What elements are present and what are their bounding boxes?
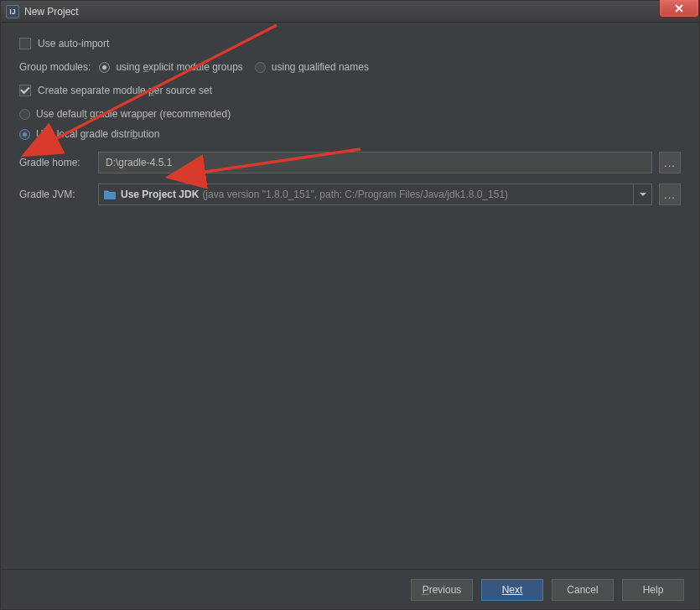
group-qualified-label: using qualified names xyxy=(272,61,369,73)
gradle-home-browse-button[interactable]: ... xyxy=(659,152,681,173)
group-modules-label: Group modules: xyxy=(19,61,91,73)
new-project-dialog: IJ New Project Use auto-import Group mod… xyxy=(0,0,700,610)
auto-import-label: Use auto-import xyxy=(38,38,109,49)
dialog-footer: Previous Next Cancel Help xyxy=(1,569,699,609)
gradle-jvm-subtext: (java version "1.8.0_151", path: C:/Prog… xyxy=(202,189,508,200)
group-explicit-label: using explicit module groups xyxy=(116,61,242,73)
help-button[interactable]: Help xyxy=(622,579,684,601)
auto-import-checkbox[interactable] xyxy=(19,38,31,49)
cancel-button[interactable]: Cancel xyxy=(552,579,614,601)
create-separate-row: Create separate module per source set xyxy=(19,85,681,96)
window-title: New Project xyxy=(24,6,79,18)
titlebar: IJ New Project xyxy=(1,1,699,23)
wrapper-local-radio[interactable] xyxy=(19,129,30,140)
create-separate-checkbox[interactable] xyxy=(19,85,31,96)
gradle-jvm-label: Gradle JVM: xyxy=(19,189,98,200)
auto-import-row: Use auto-import xyxy=(19,38,681,49)
close-button[interactable] xyxy=(659,0,699,18)
dialog-content: Use auto-import Group modules: using exp… xyxy=(1,23,699,569)
group-modules-row: Group modules: using explicit module gro… xyxy=(19,61,681,73)
wrapper-default-label: Use default gradle wrapper (recommended) xyxy=(36,108,231,120)
wrapper-local-label: Use local gradle distribution xyxy=(36,128,159,140)
gradle-home-input[interactable] xyxy=(98,152,652,173)
intellij-icon: IJ xyxy=(6,5,19,18)
group-explicit-radio[interactable] xyxy=(99,62,110,73)
previous-button[interactable]: Previous xyxy=(411,579,473,601)
group-qualified-radio[interactable] xyxy=(255,62,266,73)
next-button[interactable]: Next xyxy=(481,579,543,601)
chevron-down-icon xyxy=(633,184,651,204)
gradle-jvm-selected: Use Project JDK xyxy=(121,189,199,200)
wrapper-default-row: Use default gradle wrapper (recommended) xyxy=(19,108,681,120)
gradle-home-row: Gradle home: ... xyxy=(19,152,681,173)
wrapper-default-radio[interactable] xyxy=(19,109,30,120)
gradle-home-label: Gradle home: xyxy=(19,157,98,168)
gradle-jvm-browse-button[interactable]: ... xyxy=(659,184,681,205)
gradle-jvm-dropdown[interactable]: Use Project JDK (java version "1.8.0_151… xyxy=(98,184,652,205)
wrapper-local-row: Use local gradle distribution xyxy=(19,128,681,140)
create-separate-label: Create separate module per source set xyxy=(38,85,212,96)
folder-icon xyxy=(104,190,116,199)
gradle-jvm-row: Gradle JVM: Use Project JDK (java versio… xyxy=(19,184,681,205)
